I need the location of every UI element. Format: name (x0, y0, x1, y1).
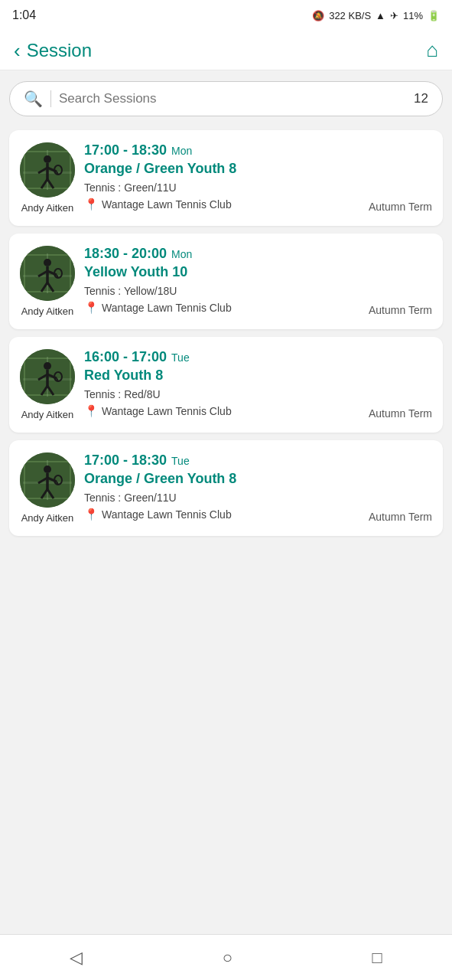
coach-name: Andy Aitken (21, 512, 74, 524)
search-divider (50, 90, 51, 107)
session-card[interactable]: Andy Aitken 18:30 - 20:00 Mon Yellow You… (9, 234, 443, 329)
avatar-column: Andy Aitken (20, 452, 75, 524)
session-name: Orange / Green Youth 8 (84, 471, 359, 488)
session-time: 18:30 - 20:00 (84, 246, 167, 262)
session-day: Tue (171, 351, 190, 364)
search-icon: 🔍 (24, 90, 43, 108)
battery-icon: 🔋 (428, 10, 440, 21)
session-time: 17:00 - 18:30 (84, 142, 167, 158)
search-bar: 🔍 12 (9, 81, 443, 116)
home-button[interactable]: ⌂ (426, 38, 438, 62)
session-info: 17:00 - 18:30 Tue Orange / Green Youth 8… (84, 452, 359, 521)
nav-back-button[interactable]: ◁ (54, 942, 98, 974)
nav-home-button[interactable]: ○ (207, 942, 248, 974)
app-header: ‹ Session ⌂ (0, 31, 452, 70)
location-icon: 📍 (84, 301, 99, 315)
location-icon: 📍 (84, 508, 99, 521)
status-icons: 🔕 322 KB/S ▲ ✈ 11% 🔋 (312, 10, 440, 21)
coach-avatar (20, 246, 75, 301)
session-time-row: 18:30 - 20:00 Mon (84, 246, 359, 262)
search-count: 12 (414, 91, 428, 106)
session-category: Tennis : Green/11U (84, 181, 359, 194)
session-location-row: 📍 Wantage Lawn Tennis Club (84, 301, 359, 315)
svg-point-40 (44, 466, 51, 473)
nav-recent-button[interactable]: □ (356, 942, 397, 974)
status-time: 1:04 (12, 8, 36, 22)
session-location-row: 📍 Wantage Lawn Tennis Club (84, 198, 359, 211)
session-time: 17:00 - 18:30 (84, 452, 167, 469)
avatar-column: Andy Aitken (20, 246, 75, 317)
coach-name: Andy Aitken (21, 202, 74, 214)
session-card[interactable]: Andy Aitken 17:00 - 18:30 Tue Orange / G… (9, 440, 443, 536)
coach-avatar (20, 452, 75, 508)
location-icon: 📍 (84, 198, 99, 211)
session-term: Autumn Term (369, 200, 432, 214)
session-location: Wantage Lawn Tennis Club (102, 508, 232, 521)
svg-point-16 (44, 259, 51, 266)
battery-percent: 11% (403, 10, 423, 21)
session-category: Tennis : Green/11U (84, 492, 359, 504)
sessions-list: Andy Aitken 17:00 - 18:30 Mon Orange / G… (0, 127, 452, 547)
page-title: Session (27, 40, 92, 61)
svg-point-28 (44, 362, 51, 370)
session-category: Tennis : Red/8U (84, 388, 359, 400)
session-term: Autumn Term (369, 510, 432, 524)
session-info: 16:00 - 17:00 Tue Red Youth 8 Tennis : R… (84, 349, 359, 418)
session-location: Wantage Lawn Tennis Club (102, 405, 232, 417)
session-name: Orange / Green Youth 8 (84, 161, 359, 178)
search-input[interactable] (59, 91, 406, 106)
session-name: Yellow Youth 10 (84, 264, 359, 281)
header-left: ‹ Session (14, 40, 92, 61)
coach-avatar (20, 349, 75, 404)
session-card[interactable]: Andy Aitken 17:00 - 18:30 Mon Orange / G… (9, 130, 443, 226)
network-speed: 322 KB/S (329, 10, 371, 21)
session-location: Wantage Lawn Tennis Club (102, 302, 232, 314)
avatar-column: Andy Aitken (20, 142, 75, 214)
session-location-row: 📍 Wantage Lawn Tennis Club (84, 508, 359, 521)
session-location-row: 📍 Wantage Lawn Tennis Club (84, 404, 359, 418)
session-location: Wantage Lawn Tennis Club (102, 198, 232, 211)
airplane-icon: ✈ (390, 10, 398, 21)
bottom-navigation: ◁ ○ □ (0, 934, 452, 980)
coach-avatar (20, 142, 75, 198)
session-day: Mon (171, 248, 192, 260)
session-info: 17:00 - 18:30 Mon Orange / Green Youth 8… (84, 142, 359, 211)
wifi-icon: ▲ (376, 10, 385, 21)
session-day: Tue (171, 455, 190, 467)
coach-name: Andy Aitken (21, 305, 74, 317)
session-time-row: 16:00 - 17:00 Tue (84, 349, 359, 365)
session-term: Autumn Term (369, 303, 432, 317)
session-time: 16:00 - 17:00 (84, 349, 167, 365)
session-info: 18:30 - 20:00 Mon Yellow Youth 10 Tennis… (84, 246, 359, 315)
session-term: Autumn Term (369, 407, 432, 420)
session-category: Tennis : Yellow/18U (84, 285, 359, 297)
coach-name: Andy Aitken (21, 409, 74, 420)
session-time-row: 17:00 - 18:30 Mon (84, 142, 359, 158)
mute-icon: 🔕 (312, 10, 324, 21)
session-name: Red Youth 8 (84, 368, 359, 384)
session-time-row: 17:00 - 18:30 Tue (84, 452, 359, 469)
session-day: Mon (171, 145, 192, 157)
back-button[interactable]: ‹ (14, 41, 21, 60)
location-icon: 📍 (84, 404, 99, 418)
svg-point-4 (44, 155, 51, 163)
status-bar: 1:04 🔕 322 KB/S ▲ ✈ 11% 🔋 (0, 0, 452, 31)
session-card[interactable]: Andy Aitken 16:00 - 17:00 Tue Red Youth … (9, 337, 443, 433)
avatar-column: Andy Aitken (20, 349, 75, 420)
